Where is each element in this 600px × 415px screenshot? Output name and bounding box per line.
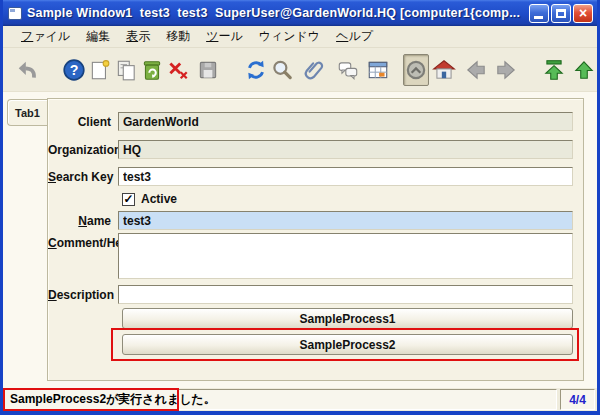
delete-selection-button[interactable] — [165, 54, 191, 86]
refresh-button[interactable] — [243, 54, 269, 86]
chat-icon — [336, 58, 360, 82]
comment-help-field[interactable] — [118, 233, 573, 279]
attachment-button[interactable] — [301, 54, 327, 86]
menu-go[interactable]: 移動 — [158, 26, 198, 47]
previous-record-icon — [572, 58, 596, 82]
back-icon — [464, 58, 488, 82]
window-title: Sample Window1 test3 test3 SuperUser@Gar… — [27, 6, 529, 20]
window-icon — [8, 7, 22, 20]
close-button[interactable]: × — [573, 4, 593, 23]
menu-bar: ファイル 編集 表示 移動 ツール ウィンドウ ヘルプ — [3, 26, 597, 48]
menu-view[interactable]: 表示 — [118, 26, 158, 47]
active-label: Active — [141, 192, 177, 206]
forward-button[interactable] — [493, 54, 519, 86]
app-window: Sample Window1 test3 test3 SuperUser@Gar… — [0, 0, 600, 415]
previous-record-button[interactable] — [571, 54, 597, 86]
grid-toggle-icon — [366, 58, 390, 82]
toolbar: ? — [3, 48, 597, 92]
menu-edit[interactable]: 編集 — [78, 26, 118, 47]
search-key-field[interactable] — [118, 167, 573, 186]
client-field[interactable] — [118, 112, 573, 131]
content-area: Tab1 Client Organization Search Key ✓ Ac… — [3, 92, 597, 388]
tab-tab1[interactable]: Tab1 — [7, 99, 47, 126]
svg-text:?: ? — [70, 62, 79, 78]
private-lock-icon — [404, 58, 428, 82]
sample-process1-button[interactable]: SampleProcess1 — [122, 308, 573, 329]
menu-help[interactable]: ヘルプ — [328, 26, 381, 47]
forward-icon — [494, 58, 518, 82]
organization-field[interactable] — [118, 140, 573, 159]
title-bar: Sample Window1 test3 test3 SuperUser@Gar… — [3, 0, 597, 26]
description-label: Description — [48, 288, 118, 302]
minimize-button[interactable] — [529, 4, 549, 23]
menu-tools[interactable]: ツール — [198, 26, 251, 47]
save-icon — [196, 58, 220, 82]
copy-record-button[interactable] — [113, 54, 139, 86]
chat-button[interactable] — [335, 54, 361, 86]
active-checkbox-row: ✓ Active — [122, 191, 177, 207]
help-button[interactable]: ? — [61, 54, 87, 86]
find-button[interactable] — [269, 54, 295, 86]
delete-record-icon — [140, 58, 164, 82]
active-checkbox[interactable]: ✓ — [122, 193, 135, 206]
search-key-label: Search Key — [48, 170, 118, 184]
record-indicator[interactable]: 4/4 — [560, 389, 595, 410]
undo-icon — [16, 58, 40, 82]
name-field[interactable] — [118, 211, 573, 230]
form-panel: Client Organization Search Key ✓ Active … — [47, 98, 584, 381]
maximize-icon — [556, 9, 566, 18]
minimize-icon — [534, 16, 543, 19]
new-record-button[interactable] — [87, 54, 113, 86]
sample-process2-button[interactable]: SampleProcess2 — [122, 334, 573, 355]
find-icon — [270, 58, 294, 82]
status-message: SampleProcess2が実行されました。 — [4, 389, 557, 410]
client-label: Client — [48, 115, 118, 129]
delete-selection-icon — [166, 58, 190, 82]
private-lock-toggle[interactable] — [403, 54, 429, 86]
organization-label: Organization — [48, 143, 118, 157]
refresh-icon — [244, 58, 268, 82]
description-field[interactable] — [118, 285, 573, 304]
name-label: Name — [48, 214, 118, 228]
undo-button[interactable] — [15, 54, 41, 86]
save-button[interactable] — [195, 54, 221, 86]
back-button[interactable] — [463, 54, 489, 86]
menu-file[interactable]: ファイル — [13, 26, 78, 47]
check-icon: ✓ — [123, 193, 133, 205]
status-bar: SampleProcess2が実行されました。 4/4 — [3, 388, 597, 411]
close-icon: × — [579, 6, 587, 20]
home-button[interactable] — [431, 54, 457, 86]
new-record-icon — [88, 58, 112, 82]
copy-record-icon — [114, 58, 138, 82]
delete-record-button[interactable] — [139, 54, 165, 86]
help-icon: ? — [62, 58, 86, 82]
maximize-button[interactable] — [551, 4, 571, 23]
first-record-icon — [542, 58, 566, 82]
first-record-button[interactable] — [541, 54, 567, 86]
menu-window[interactable]: ウィンドウ — [251, 26, 328, 47]
comment-help-label: Comment/Help — [48, 236, 118, 250]
attachment-icon — [302, 58, 326, 82]
home-icon — [432, 58, 456, 82]
grid-toggle-button[interactable] — [365, 54, 391, 86]
